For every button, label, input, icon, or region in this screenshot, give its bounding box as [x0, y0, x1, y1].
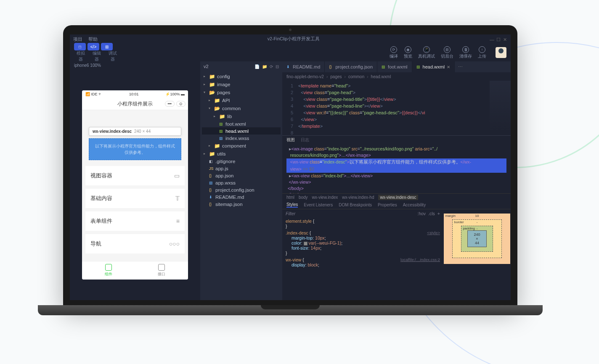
file-sitemap[interactable]: {}sitemap.json: [202, 200, 281, 208]
preview-button[interactable]: ◉预览: [404, 46, 412, 59]
file-gitignore[interactable]: ◧.gitignore: [202, 158, 281, 165]
window-title: v2-FinClip小程序开发工具: [98, 36, 490, 42]
rule-source-link[interactable]: localfile:/…index.css:2: [400, 257, 440, 262]
editor-tabs: ⬇README.md {}project.config.json ▧foot.w…: [282, 61, 511, 72]
upload-button[interactable]: ↑上传: [478, 46, 486, 59]
json-icon: {}: [329, 65, 333, 69]
md-icon: ⬇: [209, 195, 213, 199]
path-body[interactable]: body: [299, 195, 308, 200]
folder-pages[interactable]: ▾📂pages: [202, 88, 281, 96]
text-icon: 𝕋: [175, 195, 180, 202]
menu-navigation[interactable]: 导航○○○: [85, 234, 185, 253]
path-index-desc[interactable]: wx-view.index-desc: [378, 195, 418, 200]
tab-head[interactable]: ▧head.wxml✕: [412, 61, 455, 72]
tab-project-config[interactable]: {}project.config.json: [325, 61, 377, 72]
editor-label: 编辑器: [91, 50, 103, 62]
more-icon[interactable]: •••: [165, 101, 175, 107]
collapse-icon[interactable]: ⊟: [276, 64, 279, 69]
battery-icon: ⚡100% ▬: [165, 92, 185, 96]
subtab-listeners[interactable]: Event Listeners: [304, 203, 333, 207]
box-model[interactable]: margin10 border- padding- 240 × 44: [443, 209, 511, 270]
devtools-tab-layout[interactable]: 视图: [286, 137, 295, 143]
file-app-js[interactable]: JSapp.js: [202, 165, 281, 172]
close-icon[interactable]: ✕: [503, 37, 507, 41]
new-file-icon[interactable]: 📄: [254, 64, 260, 69]
highlighted-element[interactable]: 以下将展示小程序官方组件能力，组件样式仅供参考。: [89, 138, 181, 160]
bc-pages[interactable]: pages: [330, 74, 342, 79]
path-html[interactable]: html: [286, 195, 294, 200]
cls-toggle[interactable]: .cls: [428, 211, 435, 216]
add-rule-icon[interactable]: +: [437, 211, 440, 216]
folder-image[interactable]: ▸📁image: [202, 80, 281, 88]
user-avatar[interactable]: [496, 47, 506, 58]
minimize-icon[interactable]: —: [490, 37, 494, 41]
phone-tabbar: 组件 接口: [82, 261, 188, 280]
file-head-wxml[interactable]: ▧head.wxml: [202, 127, 281, 135]
file-project-config[interactable]: {}project.config.json: [202, 186, 281, 193]
menu-basic-content[interactable]: 基础内容𝕋: [85, 189, 185, 208]
filter-input[interactable]: Filter: [286, 211, 295, 216]
selected-element[interactable]: <wx-view class="index-desc">以下将展示小程序官方组件…: [286, 158, 506, 166]
bc-file[interactable]: head.wxml: [371, 74, 391, 79]
menu-project[interactable]: 项目: [73, 36, 82, 42]
background-button[interactable]: ⊞切后台: [441, 46, 453, 59]
explorer-root[interactable]: v2: [204, 64, 209, 69]
hov-toggle[interactable]: :hov: [417, 211, 426, 216]
tab-close-icon[interactable]: ✕: [447, 65, 450, 69]
subtab-breakpoints[interactable]: DOM Breakpoints: [339, 203, 372, 207]
folder-config[interactable]: ▸📁config: [202, 72, 281, 80]
subtab-properties[interactable]: Properties: [378, 203, 397, 207]
subtab-styles[interactable]: Styles: [286, 202, 298, 208]
devtools-tab-console[interactable]: 日志: [301, 137, 309, 143]
debugger-label: 调试器: [107, 50, 119, 62]
file-icon: ◧: [209, 159, 213, 164]
phone-simulator[interactable]: 📶 IDE ᯤ 10:01 ⚡100% ▬ 小程序组件展示 ••• ⊙: [82, 90, 188, 280]
folder-common[interactable]: ▾📂common: [202, 104, 281, 112]
menu-view-container[interactable]: 视图容器▭: [85, 166, 185, 185]
remote-debug-button[interactable]: 📱真机调试: [418, 46, 435, 59]
code-editor[interactable]: 1<template name="head"> 2 <view class="p…: [282, 81, 511, 135]
menu-help[interactable]: 帮助: [88, 36, 98, 42]
path-index[interactable]: wx-view.index: [312, 195, 338, 200]
devtools-panel: 视图 日志 ▸<wx-image class="index-logo" src=…: [282, 135, 511, 270]
file-readme[interactable]: ⬇README.md: [202, 193, 281, 200]
color-swatch-icon[interactable]: [304, 242, 307, 245]
path-index-hd[interactable]: wx-view.index-hd: [342, 195, 374, 200]
file-foot-wxml[interactable]: ▧foot.wxml: [202, 120, 281, 127]
minimap[interactable]: [490, 81, 511, 131]
debugger-toggle[interactable]: ⊞: [101, 43, 113, 50]
refresh-icon[interactable]: ⟳: [270, 64, 273, 69]
bc-root[interactable]: fino-applet-demo-v2: [286, 74, 324, 79]
device-info[interactable]: iphone6 100%: [70, 61, 200, 69]
menu-form-component[interactable]: 表单组件≡: [85, 211, 185, 231]
file-app-wxss[interactable]: ▨app.wxss: [202, 179, 281, 186]
tab-readme[interactable]: ⬇README.md: [282, 61, 325, 72]
compile-button[interactable]: ⟳编译: [390, 46, 398, 59]
folder-utils[interactable]: ▸📁utils: [202, 150, 281, 158]
folder-icon: 📁: [209, 74, 215, 79]
simulator-toggle[interactable]: □: [74, 43, 86, 50]
editor-toggle[interactable]: </>: [87, 43, 99, 50]
clear-cache-button[interactable]: 🗑清缓存: [459, 46, 472, 59]
js-icon: JS: [209, 166, 213, 171]
page-title: 小程序组件展示: [117, 100, 153, 108]
file-index-wxss[interactable]: ▨index.wxss: [202, 135, 281, 142]
tabbar-api[interactable]: 接口: [135, 261, 188, 280]
subtab-a11y[interactable]: Accessibility: [403, 203, 426, 207]
file-app-json[interactable]: {}app.json: [202, 172, 281, 179]
folder-component[interactable]: ▸📁component: [202, 142, 281, 150]
tabs-more-icon[interactable]: ⋯: [455, 64, 466, 70]
bc-common[interactable]: common: [348, 74, 364, 79]
folder-api[interactable]: ▸📁API: [202, 96, 281, 104]
maximize-icon[interactable]: ☐: [496, 37, 501, 41]
phone-statusbar: 📶 IDE ᯤ 10:01 ⚡100% ▬: [82, 90, 188, 98]
breadcrumb: fino-applet-demo-v2› pages› common› head…: [282, 72, 511, 81]
styles-rules[interactable]: Filter :hov.cls+ element.style {} <style…: [282, 209, 443, 270]
rule-source-link[interactable]: <style>: [427, 230, 440, 235]
tabbar-component[interactable]: 组件: [82, 261, 135, 280]
folder-lib[interactable]: ▸📁lib: [202, 112, 281, 120]
new-folder-icon[interactable]: 📁: [262, 64, 267, 69]
tab-foot[interactable]: ▧foot.wxml: [377, 61, 412, 72]
close-capsule-icon[interactable]: ⊙: [176, 101, 186, 107]
elements-panel[interactable]: ▸<wx-image class="index-logo" src="../re…: [282, 144, 511, 193]
